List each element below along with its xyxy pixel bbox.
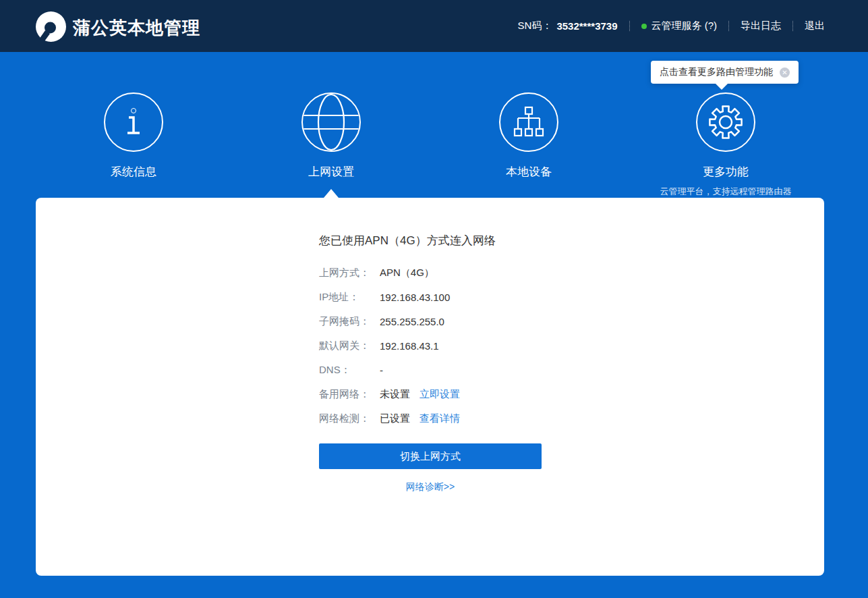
nav-label: 系统信息: [59, 164, 208, 180]
connection-status-title: 您已使用APN（4G）方式连入网络: [319, 233, 496, 248]
close-icon[interactable]: ✕: [780, 67, 790, 78]
globe-icon: [301, 92, 361, 152]
nav-item-more-features[interactable]: 更多功能 云管理平台，支持远程管理路由器: [652, 92, 800, 198]
header: 蒲公英本地管理 SN码： 3532****3739 云管理服务 (?) 导出日志…: [0, 0, 868, 52]
connection-details: 上网方式： APN（4G） IP地址： 192.168.43.100 子网掩码：…: [319, 261, 562, 431]
nav-label: 更多功能: [652, 164, 800, 180]
row-label: 子网掩码：: [319, 315, 380, 328]
detail-row-subnet-mask: 子网掩码： 255.255.255.0: [319, 309, 562, 333]
row-value: 192.168.43.1: [380, 340, 439, 352]
detail-row-backup-network: 备用网络： 未设置 立即设置: [319, 382, 562, 406]
row-label: 默认网关：: [319, 339, 380, 352]
export-log-menu-item[interactable]: 导出日志: [741, 20, 781, 32]
nav-label: 本地设备: [455, 164, 603, 180]
row-label: IP地址：: [319, 291, 380, 304]
divider: [629, 21, 630, 31]
dandelion-logo-icon: [36, 11, 66, 42]
row-label: DNS：: [319, 364, 380, 377]
cloud-service-menu-item[interactable]: 云管理服务 (?): [641, 20, 718, 32]
tooltip-text: 点击查看更多路由管理功能: [660, 66, 773, 78]
gear-icon: [696, 92, 755, 152]
connection-card: 您已使用APN（4G）方式连入网络 上网方式： APN（4G） IP地址： 19…: [36, 198, 824, 576]
nav-item-internet-settings[interactable]: 上网设置: [257, 92, 405, 180]
nav-subtitle: 云管理平台，支持远程管理路由器: [652, 186, 800, 198]
router-admin-page: 蒲公英本地管理 SN码： 3532****3739 云管理服务 (?) 导出日志…: [0, 0, 868, 598]
view-details-link[interactable]: 查看详情: [419, 412, 460, 425]
row-value: 255.255.255.0: [380, 316, 444, 327]
row-value: 未设置: [380, 388, 410, 401]
logout-menu-item[interactable]: 退出: [805, 20, 825, 32]
row-label: 备用网络：: [319, 388, 380, 401]
row-value: -: [380, 364, 383, 376]
nav-label: 上网设置: [257, 164, 405, 180]
sn-code: SN码： 3532****3739: [518, 20, 618, 32]
detail-row-connection-type: 上网方式： APN（4G）: [319, 261, 562, 285]
tooltip-arrow: [715, 83, 728, 90]
app-title: 蒲公英本地管理: [73, 16, 200, 40]
divider: [792, 21, 793, 31]
row-value: 192.168.43.100: [380, 292, 450, 303]
network-tree-icon: [499, 92, 558, 152]
info-icon: [104, 92, 163, 152]
header-menu: SN码： 3532****3739 云管理服务 (?) 导出日志 退出: [518, 0, 825, 52]
tooltip: 点击查看更多路由管理功能 ✕: [651, 61, 799, 84]
detail-row-network-detection: 网络检测： 已设置 查看详情: [319, 406, 562, 431]
row-label: 上网方式：: [319, 267, 380, 279]
network-diagnosis-link[interactable]: 网络诊断>>: [319, 481, 542, 493]
cloud-service-label: 云管理服务 (?): [652, 20, 718, 32]
row-label: 网络检测：: [319, 412, 380, 425]
detail-row-default-gateway: 默认网关： 192.168.43.1: [319, 333, 562, 358]
divider: [728, 21, 729, 31]
nav-item-system-info[interactable]: 系统信息: [59, 92, 208, 180]
switch-connection-mode-button[interactable]: 切换上网方式: [319, 443, 542, 469]
detail-row-dns: DNS： -: [319, 358, 562, 382]
sn-value: 3532****3739: [556, 20, 617, 32]
status-dot-icon: [641, 24, 647, 29]
detail-row-ip-address: IP地址： 192.168.43.100: [319, 285, 562, 309]
sn-label: SN码：: [518, 20, 552, 32]
setup-now-link[interactable]: 立即设置: [419, 388, 460, 401]
row-value: 已设置: [380, 412, 410, 425]
active-tab-caret: [324, 189, 339, 198]
row-value: APN（4G）: [380, 267, 434, 279]
nav-item-local-devices[interactable]: 本地设备: [455, 92, 603, 180]
